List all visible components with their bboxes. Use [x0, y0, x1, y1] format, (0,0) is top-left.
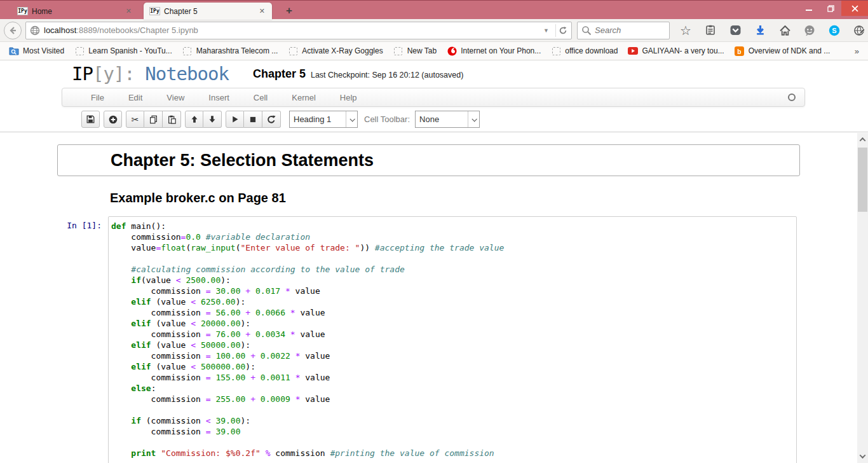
cut-cell-button[interactable]: ✂: [126, 111, 144, 128]
placeholder-icon: [182, 46, 193, 56]
move-cell-up-button[interactable]: [185, 111, 203, 128]
bookmark-label: Most Visited: [23, 46, 64, 55]
bookmark-label: Learn Spanish - YouTu...: [88, 46, 172, 55]
bookmark-item[interactable]: Most Visited: [4, 44, 69, 58]
bookmark-item[interactable]: GALIYAAN- a very tou...: [623, 44, 729, 58]
back-button[interactable]: [4, 22, 22, 39]
notebook-title-area: Chapter 5 Last Checkpoint: Sep 16 20:12 …: [253, 67, 463, 81]
code-cell[interactable]: In [1]: def main(): commission=0.0 #vari…: [57, 216, 800, 463]
url-dropdown-icon[interactable]: ▼: [539, 27, 553, 34]
code-line: print "Commission: $%0.2f" % commission …: [111, 448, 794, 459]
notebook-menubar: FileEditViewInsertCellKernelHelp: [62, 88, 805, 107]
paste-cell-button[interactable]: [163, 111, 181, 128]
search-input[interactable]: [595, 25, 658, 35]
code-line: [111, 437, 794, 448]
notebook-page: IP[y]: Notebook Chapter 5 Last Checkpoin…: [0, 60, 868, 463]
cell-type-select[interactable]: Heading 1: [289, 111, 358, 128]
restore-button[interactable]: [820, 1, 841, 16]
heading-cell[interactable]: Example broker.c on Page 81: [57, 191, 800, 205]
copy-cell-button[interactable]: [144, 111, 163, 128]
interrupt-kernel-button[interactable]: [244, 111, 262, 128]
ipython-logo[interactable]: IP[y]: Notebook: [72, 63, 229, 85]
reload-icon[interactable]: [559, 26, 567, 35]
site-globe-icon: [30, 25, 40, 36]
bookmark-item[interactable]: New Tab: [388, 44, 442, 58]
scroll-down-icon[interactable]: [857, 451, 868, 462]
vertical-scrollbar[interactable]: [857, 133, 868, 463]
code-line: commission=0.0 #variable declaration: [111, 232, 794, 242]
cell-toolbar-select[interactable]: None: [415, 111, 480, 128]
menu-insert[interactable]: Insert: [196, 93, 241, 102]
code-line: commission = 155.00 + 0.0011 * value: [111, 372, 794, 383]
new-tab-button[interactable]: +: [280, 4, 298, 18]
bookmark-label: New Tab: [407, 46, 437, 55]
code-line: elif (value < 500000.00):: [111, 361, 794, 372]
browser-tab-home[interactable]: IPy Home ✕: [11, 3, 139, 20]
placeholder-icon: [393, 46, 403, 56]
scrollbar-thumb[interactable]: [858, 148, 867, 212]
select-dropdown-icon: [346, 111, 357, 127]
save-button[interactable]: [81, 111, 100, 128]
bookmark-item[interactable]: Activate X-Ray Goggles: [283, 44, 388, 58]
url-host: localhost: [44, 25, 76, 35]
bookmark-item[interactable]: office download: [546, 44, 623, 58]
search-box[interactable]: [577, 22, 670, 39]
notebook-toolbar: ✂ H: [0, 107, 868, 132]
tab-close-icon[interactable]: ✕: [125, 7, 133, 15]
move-cell-down-button[interactable]: [203, 111, 222, 128]
menu-help[interactable]: Help: [328, 93, 369, 102]
cell-toolbar-label: Cell Toolbar:: [364, 114, 410, 124]
code-line: if (commission < 39.00):: [111, 415, 794, 426]
minimize-button[interactable]: [798, 1, 820, 16]
downloads-icon[interactable]: [753, 24, 767, 38]
bookmarks-menu-icon[interactable]: [703, 24, 717, 38]
bookmark-star-icon[interactable]: ☆: [679, 24, 693, 38]
menu-cell[interactable]: Cell: [241, 93, 280, 102]
floppy-icon: [86, 115, 95, 123]
scroll-up-icon[interactable]: [857, 134, 868, 145]
browser-tab-chapter5[interactable]: IPy Chapter 5 ✕: [144, 3, 272, 20]
url-separator: [555, 24, 556, 37]
menu-file[interactable]: File: [79, 93, 116, 102]
bookmark-item[interactable]: Maharashtra Telecom ...: [177, 44, 283, 58]
code-line: else:: [111, 383, 794, 394]
placeholder-icon: [288, 46, 298, 56]
menu-kernel[interactable]: Kernel: [280, 93, 328, 102]
bookmark-item[interactable]: Learn Spanish - YouTu...: [69, 44, 177, 58]
bookmarks-bar: Most VisitedLearn Spanish - YouTu...Maha…: [0, 42, 868, 60]
notebook-title[interactable]: Chapter 5: [253, 67, 306, 81]
home-icon[interactable]: [778, 24, 792, 38]
pocket-icon[interactable]: [728, 24, 742, 38]
arrow-up-icon: [191, 115, 198, 123]
scissors-icon: ✂: [132, 114, 139, 125]
minimize-icon: [806, 5, 812, 11]
bookmark-item[interactable]: bOverview of NDK and ...: [729, 44, 836, 58]
menu-edit[interactable]: Edit: [116, 93, 154, 102]
copy-icon: [149, 115, 158, 124]
hello-chat-icon[interactable]: [803, 24, 817, 38]
menu-view[interactable]: View: [154, 93, 196, 102]
code-line: elif (value < 50000.00):: [111, 340, 794, 350]
bookmark-label: Activate X-Ray Goggles: [302, 46, 383, 55]
bookmark-label: Overview of NDK and ...: [749, 46, 831, 55]
stop-icon: [249, 116, 257, 123]
code-line: [111, 404, 794, 415]
insert-cell-button[interactable]: [104, 111, 122, 128]
code-line: elif (value < 20000.00):: [111, 318, 794, 329]
tab-close-icon[interactable]: ✕: [258, 7, 266, 15]
restart-kernel-button[interactable]: [262, 111, 281, 128]
bookmark-item[interactable]: Internet on Your Phon...: [442, 44, 546, 58]
bookmarks-overflow-chevron[interactable]: »: [850, 46, 864, 56]
code-editor[interactable]: def main(): commission=0.0 #variable dec…: [108, 216, 797, 463]
code-line: commission = 39.00: [111, 426, 794, 437]
heading-cell-selected[interactable]: Chapter 5: Selection Statements: [57, 144, 800, 176]
run-cell-button[interactable]: [226, 111, 244, 128]
close-button[interactable]: [841, 1, 868, 16]
bookmarks-bar-items: Most VisitedLearn Spanish - YouTu...Maha…: [4, 44, 835, 58]
webmaker-globe-icon[interactable]: [852, 24, 866, 38]
bookmark-label: office download: [565, 46, 618, 55]
skype-icon[interactable]: S: [827, 24, 841, 38]
code-line: if(value < 2500.00):: [111, 275, 794, 286]
smart-folder-icon: [9, 46, 19, 56]
url-bar[interactable]: localhost:8889/notebooks/Chapter 5.ipynb…: [25, 22, 572, 39]
